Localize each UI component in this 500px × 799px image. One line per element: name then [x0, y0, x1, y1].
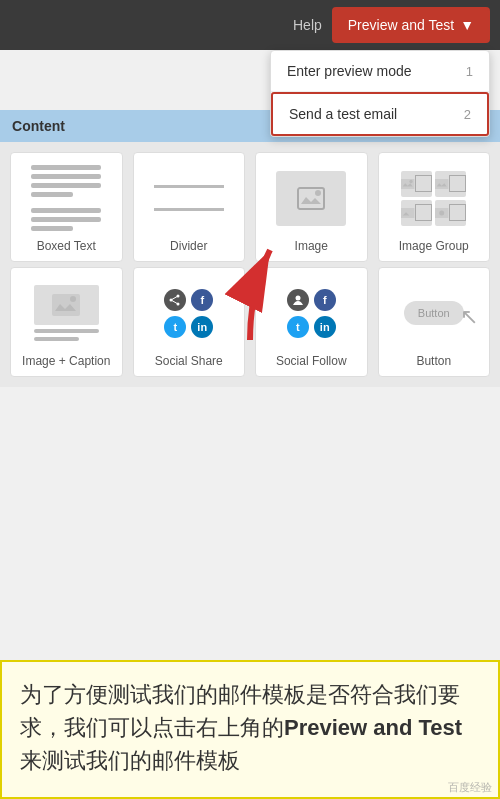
tile-divider[interactable]: Divider: [133, 152, 246, 262]
svg-point-15: [295, 295, 300, 300]
img-area: [34, 285, 99, 325]
tile-label: Image: [295, 239, 328, 253]
img-cell: [435, 200, 466, 226]
facebook-icon: f: [191, 289, 213, 311]
button-icon-area: Button ↖: [389, 278, 479, 348]
watermark: 百度经验: [448, 780, 492, 795]
enter-preview-item[interactable]: Enter preview mode 1: [271, 51, 489, 92]
tile-social-follow[interactable]: f t in Social Follow: [255, 267, 368, 377]
image-icon-area: [266, 163, 356, 233]
watermark-text: 百度经验: [448, 781, 492, 793]
tile-label: Social Follow: [276, 354, 347, 368]
tile-button[interactable]: Button ↖ Button: [378, 267, 491, 377]
tiles-grid-row1: Boxed Text Divider Image: [0, 142, 500, 272]
divider-icon-area: [144, 163, 234, 233]
facebook-follow-icon: f: [314, 289, 336, 311]
mountain-icon: [296, 186, 326, 211]
divider-line: [154, 208, 224, 211]
boxed-text-icon: [31, 165, 101, 231]
tile-label: Social Share: [155, 354, 223, 368]
image-caption-icon: [34, 285, 99, 341]
tile-label: Divider: [170, 239, 207, 253]
linkedin-follow-icon: in: [314, 316, 336, 338]
icon-line: [31, 192, 73, 197]
tile-label: Image + Caption: [22, 354, 110, 368]
send-test-num: 2: [464, 107, 471, 122]
social-share-icon: f t in: [156, 289, 221, 338]
social-share-icon-area: f t in: [144, 278, 234, 348]
person-circle-icon: [287, 289, 309, 311]
tile-label: Image Group: [399, 239, 469, 253]
preview-dropdown: Enter preview mode 1 Send a test email 2: [270, 50, 490, 137]
preview-button-label: Preview and Test: [348, 17, 454, 33]
twitter-follow-icon: t: [287, 316, 309, 338]
img-cell: [435, 171, 466, 197]
icon-line: [31, 208, 101, 213]
img-cell: [401, 200, 432, 226]
image-caption-icon-area: [21, 278, 111, 348]
tile-boxed-text[interactable]: Boxed Text: [10, 152, 123, 262]
svg-line-14: [171, 300, 178, 304]
svg-point-7: [439, 210, 444, 215]
tile-label: Button: [416, 354, 451, 368]
tile-image-caption[interactable]: Image + Caption: [10, 267, 123, 377]
icon-line: [31, 174, 101, 179]
social-follow-icon: f t in: [279, 289, 344, 338]
twitter-icon: t: [164, 316, 186, 338]
svg-rect-4: [435, 178, 448, 188]
cursor-icon: ↖: [460, 304, 478, 330]
send-test-label: Send a test email: [289, 106, 397, 122]
boxed-text-icon-area: [21, 163, 111, 233]
svg-point-1: [315, 190, 321, 196]
enter-preview-num: 1: [466, 64, 473, 79]
tile-image[interactable]: Image: [255, 152, 368, 262]
image-icon: [276, 171, 346, 226]
image-group-icon: [401, 171, 466, 226]
svg-point-9: [70, 296, 76, 302]
enter-preview-label: Enter preview mode: [287, 63, 412, 79]
preview-and-test-button[interactable]: Preview and Test ▼: [332, 7, 490, 43]
svg-point-3: [410, 179, 413, 182]
help-button[interactable]: Help: [293, 17, 322, 33]
image-group-icon-area: [389, 163, 479, 233]
linkedin-icon: in: [191, 316, 213, 338]
content-tab-label: Content: [12, 118, 65, 134]
svg-rect-2: [401, 178, 414, 188]
svg-line-13: [171, 296, 178, 300]
icon-line: [31, 183, 101, 188]
annotation-text-part2: 来测试我们的邮件模板: [20, 748, 240, 773]
tile-label: Boxed Text: [37, 239, 96, 253]
img-cell: [401, 171, 432, 197]
tile-social-share[interactable]: f t in Social Share: [133, 267, 246, 377]
divider-icon: [154, 185, 224, 211]
tile-image-group[interactable]: Image Group: [378, 152, 491, 262]
top-bar: Help Preview and Test ▼: [0, 0, 500, 50]
tiles-grid-row2: Image + Caption f: [0, 267, 500, 387]
annotation-bold-text: Preview and Test: [284, 715, 462, 740]
icon-line: [31, 217, 101, 222]
button-icon: Button ↖: [399, 286, 469, 341]
share-circle-icon: [164, 289, 186, 311]
annotation-box: 为了方便测试我们的邮件模板是否符合我们要求，我们可以点击右上角的Preview …: [0, 660, 500, 799]
svg-rect-8: [52, 294, 80, 316]
icon-line: [31, 165, 101, 170]
svg-rect-5: [401, 207, 414, 217]
icon-line: [31, 226, 73, 231]
divider-line: [154, 185, 224, 188]
social-follow-icon-area: f t in: [266, 278, 356, 348]
send-test-email-item[interactable]: Send a test email 2: [271, 92, 489, 136]
chevron-down-icon: ▼: [460, 17, 474, 33]
